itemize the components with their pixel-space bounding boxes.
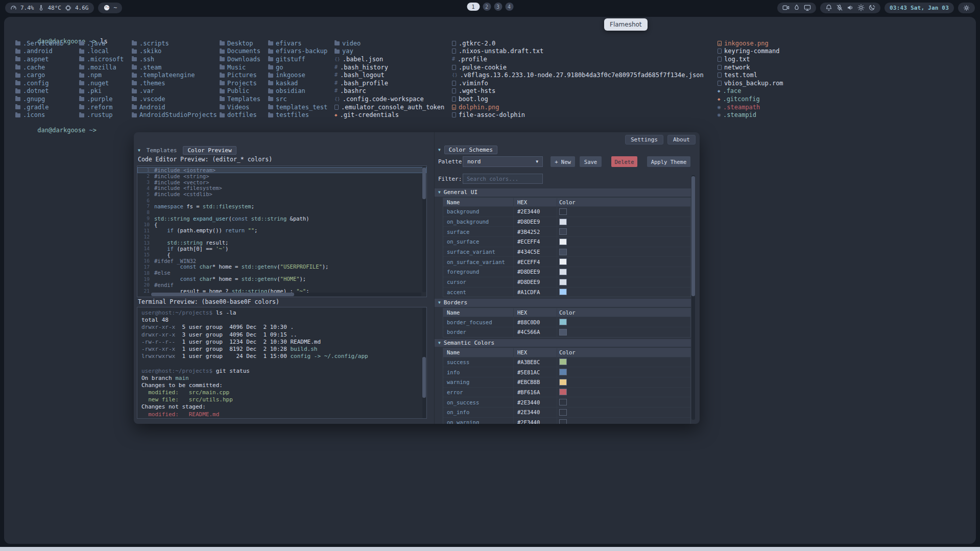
panel-vscroll-thumb[interactable] <box>691 176 695 296</box>
color-swatch[interactable] <box>559 279 567 285</box>
color-swatch[interactable] <box>559 289 567 295</box>
ls-item: boot.log <box>452 95 704 103</box>
color-swatch[interactable] <box>559 258 567 265</box>
color-swatch[interactable] <box>559 358 567 365</box>
color-hex: #A3BE8C <box>514 357 557 367</box>
color-swatch[interactable] <box>559 238 567 245</box>
night-light-icon[interactable] <box>868 4 875 11</box>
folder-icon <box>15 57 20 61</box>
ls-item: go <box>268 63 327 71</box>
delete-button[interactable]: Delete <box>611 156 637 167</box>
color-swatch[interactable] <box>559 369 567 375</box>
color-row[interactable]: on_background#D8DEE9 <box>443 217 690 227</box>
brightness-icon[interactable] <box>857 4 865 11</box>
color-row[interactable]: on_warning#2E3440 <box>443 417 690 424</box>
color-swatch[interactable] <box>559 249 567 255</box>
tab-color-preview[interactable]: Color Preview <box>183 146 236 155</box>
ls-item-name: inkgoose.png <box>724 40 769 47</box>
hash-icon: # <box>334 88 338 93</box>
color-row[interactable]: on_surface_variant#ECEFF4 <box>443 256 690 267</box>
color-cell <box>557 267 690 277</box>
code-editor[interactable]: 1#include <iostream>2#include <string>3#… <box>137 165 427 297</box>
img-icon <box>452 105 456 110</box>
collapse-arrow-icon[interactable]: ▼ <box>438 148 441 152</box>
editor-vscroll-thumb[interactable] <box>422 167 426 199</box>
bottom-dock-strip[interactable] <box>0 547 980 551</box>
ls-item: templates_test <box>268 103 327 111</box>
color-cell <box>557 237 690 247</box>
color-swatch[interactable] <box>559 399 567 405</box>
thermometer-icon <box>38 5 44 11</box>
workspace-button-1[interactable]: 1 <box>467 3 480 11</box>
color-swatch[interactable] <box>559 419 567 424</box>
color-row[interactable]: border#4C566A <box>443 327 690 337</box>
workspace-button-2[interactable]: 2 <box>483 3 491 11</box>
volume-icon[interactable] <box>847 4 854 11</box>
color-swatch[interactable] <box>559 409 567 416</box>
color-swatch[interactable] <box>559 228 567 235</box>
ls-item: video <box>334 39 444 47</box>
settings-button[interactable]: Settings <box>625 135 663 145</box>
code-line: 6 <box>137 197 426 203</box>
color-name: surface <box>443 227 514 236</box>
screen-record-icon[interactable] <box>782 4 790 11</box>
color-row[interactable]: on_info#2E3440 <box>443 407 690 417</box>
tray-app-icon[interactable] <box>963 5 970 11</box>
flameshot-icon[interactable] <box>793 4 800 11</box>
panel-vscrollbar[interactable] <box>691 175 695 420</box>
system-stats-pill: 7.4% 48°C 4.6G <box>5 3 94 13</box>
tab-templates[interactable]: Templates <box>147 147 177 154</box>
workspace-button-3[interactable]: 3 <box>494 3 502 11</box>
mic-off-icon[interactable] <box>836 4 843 11</box>
color-row[interactable]: background#2E3440 <box>443 206 690 217</box>
color-row[interactable]: on_surface#ECEFF4 <box>443 236 690 247</box>
section-header[interactable]: ▼General UI <box>435 188 691 197</box>
color-row[interactable]: surface#3B4252 <box>443 226 690 236</box>
tab-color-schemes[interactable]: Color Schemes <box>444 146 497 154</box>
collapse-arrow-icon[interactable]: ▼ <box>138 148 140 153</box>
color-swatch[interactable] <box>559 269 567 275</box>
color-row[interactable]: foreground#D8DEE9 <box>443 267 690 277</box>
color-row[interactable]: cursor#D8DEE9 <box>443 277 690 287</box>
color-row[interactable]: on_success#2E3440 <box>443 397 690 407</box>
ls-item: .gnupg <box>15 95 63 103</box>
color-row[interactable]: success#A3BE8C <box>443 357 690 367</box>
editor-hscrollbar[interactable] <box>151 293 421 296</box>
ls-item-name: .rustup <box>87 111 113 118</box>
display-icon[interactable] <box>804 4 811 11</box>
color-row[interactable]: border_focused#88C0D0 <box>443 317 690 327</box>
folder-icon <box>132 113 137 117</box>
column-header: HEX <box>514 348 557 357</box>
editor-vscrollbar[interactable] <box>422 166 426 292</box>
new-palette-button[interactable]: + New <box>551 156 575 167</box>
section-header[interactable]: ▼Semantic Colors <box>435 339 691 347</box>
color-row[interactable]: error#BF616A <box>443 387 690 397</box>
color-table: NameHEXColorborder_focused#88C0D0border#… <box>443 308 691 338</box>
workspace-button-4[interactable]: 4 <box>505 3 513 11</box>
code-line: 20#endif <box>137 282 426 288</box>
color-swatch[interactable] <box>559 219 567 225</box>
palette-dropdown[interactable]: nord ▼ <box>463 156 543 167</box>
terminal-vscrollbar[interactable] <box>422 308 426 418</box>
folder-icon <box>268 97 273 101</box>
apply-theme-button[interactable]: Apply Theme <box>647 156 690 167</box>
color-filter-input[interactable] <box>463 174 543 184</box>
section-header[interactable]: ▼Borders <box>435 299 691 307</box>
bell-icon[interactable] <box>825 4 832 11</box>
editor-hscroll-thumb[interactable] <box>151 293 294 296</box>
color-row[interactable]: warning#EBCB8B <box>443 377 690 387</box>
about-button[interactable]: About <box>667 135 696 145</box>
terminal-vscroll-thumb[interactable] <box>422 357 426 398</box>
color-swatch[interactable] <box>559 329 567 336</box>
save-button[interactable]: Save <box>580 156 602 167</box>
color-row[interactable]: surface_variant#434C5E <box>443 247 690 257</box>
color-swatch[interactable] <box>559 319 567 325</box>
color-swatch[interactable] <box>559 379 567 386</box>
color-swatch[interactable] <box>559 208 567 215</box>
line-number: 14 <box>137 246 154 251</box>
clock-pill[interactable]: 03:43 Sat, Jan 03 <box>885 3 954 13</box>
folder-icon <box>220 65 225 69</box>
color-row[interactable]: accent#A1CDFA <box>443 287 690 297</box>
color-row[interactable]: info#5E81AC <box>443 367 690 377</box>
color-swatch[interactable] <box>559 389 567 395</box>
